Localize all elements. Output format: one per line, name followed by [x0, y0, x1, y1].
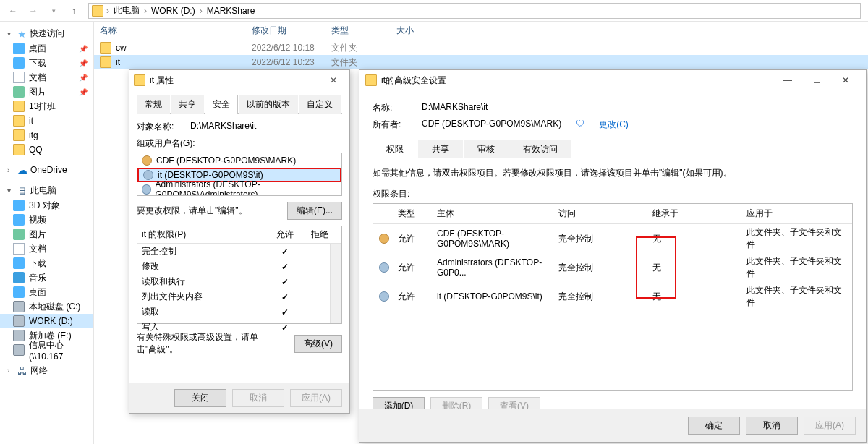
nav-up[interactable]: ↑	[65, 2, 82, 20]
sidebar-this-pc[interactable]: ▾🖥此电脑	[0, 183, 93, 198]
name-value: D:\MARKShare\it	[422, 102, 488, 114]
address-bar[interactable]: › 此电脑 › WORK (D:) › MARKShare	[88, 3, 861, 19]
sidebar-network[interactable]: ›🖧网络	[0, 363, 93, 378]
sidebar-downloads2[interactable]: 下载	[0, 256, 93, 270]
sidebar-item[interactable]: it	[0, 114, 93, 128]
folder-icon	[134, 74, 145, 86]
close-icon[interactable]: ✕	[322, 75, 345, 85]
crumb-1[interactable]: WORK (D:)	[150, 6, 197, 16]
sidebar-drive-d[interactable]: WORK (D:)	[0, 314, 93, 328]
group-icon	[379, 262, 389, 273]
col-name[interactable]: 名称	[94, 25, 246, 37]
tab-effective[interactable]: 有效访问	[509, 140, 571, 158]
col-inherit[interactable]: 继承于	[652, 208, 746, 220]
user-icon	[379, 234, 389, 244]
entries-label: 权限条目:	[373, 188, 853, 200]
cancel-button: 取消	[232, 389, 284, 407]
apply-button: 应用(A)	[290, 389, 342, 407]
sidebar-netdrive[interactable]: 信息中心 (\\10.167	[0, 343, 93, 357]
change-hint: 要更改权限，请单击"编辑"。	[137, 205, 247, 217]
tab-general[interactable]: 常规	[137, 95, 170, 114]
sidebar-desktop[interactable]: 桌面📌	[0, 41, 93, 56]
tab-prev[interactable]: 以前的版本	[239, 95, 298, 114]
object-icon	[13, 200, 25, 211]
sidebar-item[interactable]: 13排班	[0, 99, 93, 114]
group-icon	[379, 291, 389, 302]
nav-back[interactable]: ←	[4, 2, 22, 20]
tab-security[interactable]: 安全	[205, 95, 238, 114]
col-deny: 拒绝	[302, 229, 337, 241]
sidebar-drive-c[interactable]: 本地磁盘 (C:)	[0, 299, 93, 314]
chevron-right-icon: ›	[144, 6, 147, 16]
property-tabs: 常规 共享 安全 以前的版本 自定义	[137, 95, 342, 114]
col-access[interactable]: 访问	[558, 208, 652, 220]
scrollbar[interactable]	[330, 244, 341, 323]
cancel-button[interactable]: 取消	[746, 417, 798, 435]
owner-label: 所有者:	[373, 119, 407, 131]
perm-entry[interactable]: 允许 CDF (DESKTOP-G0POM9S\MARK) 完全控制 无 此文件…	[373, 224, 852, 253]
desktop-icon	[13, 43, 25, 54]
crumb-2[interactable]: MARKShare	[205, 6, 257, 16]
advanced-button[interactable]: 高级(V)	[294, 335, 342, 353]
drive-icon	[13, 330, 25, 341]
star-icon: ★	[17, 29, 27, 39]
group-icon	[143, 170, 153, 180]
network-icon: 🖧	[17, 365, 27, 377]
sidebar-music[interactable]: 音乐	[0, 270, 93, 285]
perm-entry[interactable]: 允许 it (DESKTOP-G0POM9S\it) 完全控制 无 此文件夹、子…	[373, 282, 852, 311]
permission-entries-list[interactable]: 类型 主体 访问 继承于 应用于 允许 CDF (DESKTOP-G0POM9S…	[373, 203, 853, 391]
group-row[interactable]: Administrators (DESKTOP-G0POM9S\Administ…	[137, 182, 341, 196]
sidebar-desktop2[interactable]: 桌面	[0, 285, 93, 299]
nav-hist[interactable]: ▾	[45, 2, 62, 20]
change-owner-link[interactable]: 更改(C)	[599, 119, 629, 131]
sidebar-pictures[interactable]: 图片📌	[0, 85, 93, 99]
minimize-icon[interactable]: ―	[773, 75, 802, 85]
col-size[interactable]: 大小	[391, 25, 441, 37]
folder-icon	[13, 129, 25, 141]
tab-audit[interactable]: 审核	[464, 140, 509, 158]
sidebar-videos[interactable]: 视频	[0, 213, 93, 227]
close-button[interactable]: 关闭	[174, 389, 226, 407]
sidebar-pictures2[interactable]: 图片	[0, 227, 93, 242]
dialog-title: it 属性	[150, 74, 174, 87]
advanced-hint: 有关特殊权限或高级设置，请单击"高级"。	[137, 331, 267, 356]
owner-value: CDF (DESKTOP-G0POM9S\MARK)	[422, 119, 561, 131]
close-icon[interactable]: ✕	[831, 75, 860, 85]
folder-icon	[100, 56, 111, 68]
sidebar-item[interactable]: itg	[0, 128, 93, 142]
sidebar-item[interactable]: QQ	[0, 142, 93, 157]
file-row[interactable]: cw 2022/6/12 10:18 文件夹	[94, 40, 868, 55]
nav-fwd: →	[25, 2, 42, 20]
groups-list[interactable]: CDF (DESKTOP-G0POM9S\MARK) it (DESKTOP-G…	[137, 153, 342, 196]
sidebar-documents2[interactable]: 文档	[0, 242, 93, 256]
group-row[interactable]: CDF (DESKTOP-G0POM9S\MARK)	[137, 153, 341, 168]
edit-button[interactable]: 编辑(E)...	[287, 202, 342, 220]
col-apply[interactable]: 应用于	[746, 208, 846, 220]
sidebar-quick-access[interactable]: ▾★快速访问	[0, 26, 93, 41]
folder-icon	[13, 101, 25, 112]
col-date[interactable]: 修改日期	[246, 25, 326, 37]
picture-icon	[13, 229, 25, 240]
tab-permissions[interactable]: 权限	[373, 140, 417, 158]
document-icon	[13, 72, 25, 83]
col-type[interactable]: 类型	[326, 25, 391, 37]
permissions-table: it 的权限(P) 允许 拒绝 完全控制✓ 修改✓ 读取和执行✓ 列出文件夹内容…	[137, 226, 342, 324]
tab-sharing[interactable]: 共享	[171, 95, 204, 114]
sidebar-downloads[interactable]: 下载📌	[0, 56, 93, 70]
pc-icon: 🖥	[17, 185, 27, 197]
download-icon	[13, 257, 25, 269]
maximize-icon[interactable]: ☐	[802, 75, 831, 85]
sidebar-onedrive[interactable]: ›☁OneDrive	[0, 163, 93, 177]
ok-button[interactable]: 确定	[688, 417, 740, 435]
tab-custom[interactable]: 自定义	[299, 95, 341, 114]
file-row[interactable]: it 2022/6/12 10:23 文件夹	[94, 55, 868, 69]
pin-icon: 📌	[79, 88, 88, 96]
dialog-title: it的高级安全设置	[381, 74, 446, 87]
col-type[interactable]: 类型	[398, 208, 437, 220]
sidebar-3d[interactable]: 3D 对象	[0, 198, 93, 213]
crumb-0[interactable]: 此电脑	[112, 4, 141, 17]
tab-share[interactable]: 共享	[418, 140, 463, 158]
perm-entry[interactable]: 允许 Administrators (DESKTOP-G0P0... 完全控制 …	[373, 253, 852, 282]
col-principal[interactable]: 主体	[437, 208, 558, 220]
sidebar-documents[interactable]: 文档📌	[0, 70, 93, 85]
